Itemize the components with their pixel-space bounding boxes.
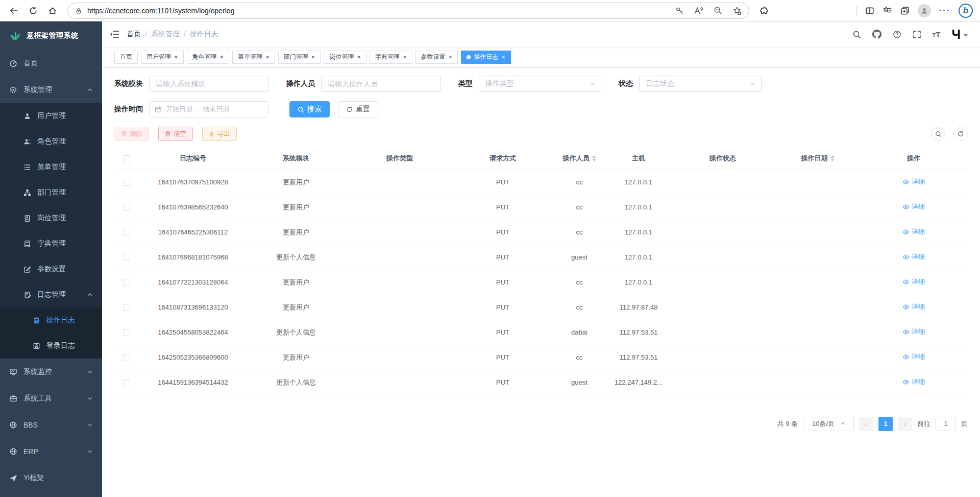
sidebar-item-operlog[interactable]: 操作日志	[0, 307, 102, 333]
status-select[interactable]: 日志状态	[639, 76, 762, 92]
export-button[interactable]: 导出	[202, 127, 237, 141]
cell-module: 更新个人信息	[247, 245, 345, 270]
close-icon[interactable]: ×	[174, 54, 178, 60]
close-icon[interactable]: ×	[403, 54, 407, 60]
row-checkbox[interactable]	[123, 229, 130, 236]
close-icon[interactable]: ×	[265, 54, 270, 60]
sidebar-item-loginlog[interactable]: 登录日志	[0, 333, 102, 359]
favorite-add-icon[interactable]	[732, 6, 742, 15]
tab-role[interactable]: 角色管理×	[187, 51, 230, 64]
detail-link[interactable]: 详细	[902, 252, 925, 262]
address-bar[interactable]: https://ccnetcore.com:1101/system/log/op…	[67, 3, 749, 19]
close-icon[interactable]: ×	[220, 54, 224, 60]
breadcrumb-home[interactable]: 首页	[127, 30, 141, 39]
extensions-icon[interactable]	[755, 2, 773, 19]
bing-chat-icon[interactable]: b	[959, 4, 973, 18]
refresh-table-button[interactable]	[953, 127, 968, 141]
browser-menu-dots-icon[interactable]: ···	[939, 6, 950, 15]
sidebar-item-dept[interactable]: 部门管理	[0, 180, 102, 205]
tab-dict[interactable]: 字典管理×	[370, 51, 412, 64]
header-search-icon[interactable]	[852, 30, 861, 39]
detail-link[interactable]: 详细	[902, 277, 925, 287]
github-icon[interactable]	[872, 30, 881, 39]
close-icon[interactable]: ×	[501, 54, 505, 60]
row-checkbox[interactable]	[123, 279, 130, 286]
zoom-out-icon[interactable]	[714, 6, 722, 15]
tab-menu[interactable]: 菜单管理×	[232, 51, 275, 64]
collections-icon[interactable]	[900, 6, 910, 15]
detail-link[interactable]: 详细	[902, 302, 925, 312]
row-checkbox[interactable]	[123, 254, 130, 261]
date-range-picker[interactable]: 开始日期 - 结束日期	[149, 101, 269, 117]
row-checkbox[interactable]	[123, 329, 130, 336]
tab-operlog-active[interactable]: 操作日志×	[461, 51, 511, 64]
detail-link[interactable]: 详细	[902, 352, 925, 362]
detail-link[interactable]: 详细	[902, 227, 925, 236]
avatar-caret-icon[interactable]	[964, 34, 968, 37]
sidebar-item-bbs[interactable]: BBS	[0, 412, 102, 438]
row-checkbox[interactable]	[123, 354, 130, 361]
user-avatar-logo[interactable]: Ч	[951, 28, 960, 41]
home-icon[interactable]	[44, 2, 61, 19]
search-button[interactable]: 搜索	[289, 101, 330, 117]
tab-post[interactable]: 岗位管理×	[324, 51, 366, 64]
row-checkbox[interactable]	[123, 379, 130, 386]
page-1-button[interactable]: 1	[878, 417, 893, 431]
close-icon[interactable]: ×	[311, 54, 315, 60]
row-checkbox[interactable]	[123, 304, 130, 311]
reset-button[interactable]: 重置	[338, 101, 378, 117]
sidebar-item-yi[interactable]: Yi框架	[0, 465, 102, 491]
operator-input[interactable]	[321, 76, 441, 92]
prev-page-button[interactable]: ‹	[859, 417, 873, 431]
detail-link[interactable]: 详细	[902, 202, 925, 211]
sidebar-toggle-icon[interactable]	[109, 29, 119, 39]
read-aloud-icon[interactable]	[694, 6, 703, 15]
sidebar-item-system[interactable]: 系统管理	[0, 77, 102, 103]
sidebar-item-erp[interactable]: ERP	[0, 438, 102, 465]
detail-link[interactable]: 详细	[902, 177, 925, 186]
browser-profile-avatar[interactable]	[918, 4, 931, 17]
select-all-checkbox[interactable]	[123, 155, 130, 162]
sort-carets-icon[interactable]	[592, 155, 596, 161]
back-icon[interactable]	[5, 2, 22, 19]
tab-dept[interactable]: 部门管理×	[278, 51, 321, 64]
sidebar-item-post[interactable]: 岗位管理	[0, 205, 102, 231]
refresh-icon[interactable]	[24, 2, 42, 19]
detail-link[interactable]: 详细	[902, 327, 925, 337]
row-checkbox[interactable]	[123, 204, 130, 211]
col-date-sortable[interactable]: 操作日期	[776, 147, 860, 170]
close-icon[interactable]: ×	[357, 54, 361, 60]
sidebar-item-home[interactable]: 首页	[0, 50, 102, 77]
favorites-bar-icon[interactable]	[883, 6, 892, 15]
tab-param[interactable]: 参数设置×	[415, 51, 458, 64]
tab-user[interactable]: 用户管理×	[141, 51, 184, 64]
sidebar-item-tool[interactable]: 系统工具	[0, 385, 102, 412]
col-operator-sortable[interactable]: 操作人员	[551, 147, 607, 170]
page-size-select[interactable]: 10条/页	[803, 417, 854, 431]
type-select[interactable]: 操作类型	[479, 76, 601, 92]
module-input[interactable]	[149, 76, 269, 92]
goto-page-input[interactable]	[936, 417, 956, 431]
tab-home[interactable]: 首页	[114, 51, 138, 64]
sidebar-item-user[interactable]: 用户管理	[0, 103, 102, 129]
delete-button[interactable]: 删除	[114, 127, 149, 141]
detail-link[interactable]: 详细	[902, 377, 925, 387]
sidebar-item-menu[interactable]: 菜单管理	[0, 154, 102, 180]
sidebar-item-log[interactable]: 日志管理	[0, 282, 102, 307]
operator-label: 操作人员	[286, 79, 315, 88]
sidebar-item-dict[interactable]: 字典管理	[0, 231, 102, 256]
sidebar-item-role[interactable]: 角色管理	[0, 129, 102, 154]
next-page-button[interactable]: ›	[898, 417, 912, 431]
font-size-icon[interactable]: TT	[933, 30, 941, 39]
sort-carets-icon[interactable]	[830, 155, 835, 161]
help-icon[interactable]	[893, 30, 901, 39]
password-key-icon[interactable]	[675, 6, 684, 15]
split-screen-icon[interactable]	[865, 6, 874, 15]
sidebar-item-monitor[interactable]: 系统监控	[0, 359, 102, 385]
close-icon[interactable]: ×	[449, 54, 453, 60]
row-checkbox[interactable]	[123, 179, 130, 186]
fullscreen-icon[interactable]	[913, 30, 921, 39]
sidebar-item-param[interactable]: 参数设置	[0, 256, 102, 282]
clear-button[interactable]: 清空	[158, 127, 193, 141]
hide-search-button[interactable]	[931, 127, 945, 141]
